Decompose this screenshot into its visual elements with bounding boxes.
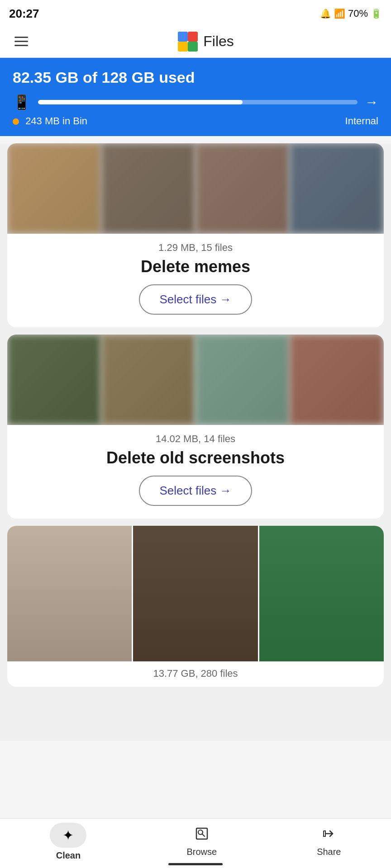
app-bar: Files [0, 25, 391, 58]
select-files-memes-button[interactable]: Select files → [139, 284, 253, 315]
thumb-grid-screenshots [7, 335, 384, 425]
battery-level: 70% [348, 8, 368, 19]
storage-used-text: 82.35 GB of 128 GB used [13, 69, 378, 86]
select-files-screenshots-button[interactable]: Select files → [139, 476, 253, 506]
battery-icon: 🔋 [371, 8, 382, 19]
svg-rect-0 [178, 32, 188, 42]
svg-rect-3 [188, 42, 198, 52]
hamburger-menu[interactable] [11, 33, 32, 50]
card-meta-screenshots: 14.02 MB, 14 files [7, 433, 384, 445]
storage-bar-row: 📱 → [13, 94, 378, 111]
bottom-img-2 [133, 526, 257, 661]
home-indicator [168, 863, 223, 865]
status-icons: 🔔 📶 70% 🔋 [320, 8, 382, 19]
nav-item-share[interactable]: Share [317, 826, 341, 857]
storage-banner: 82.35 GB of 128 GB used 📱 → 243 MB in Bi… [0, 58, 391, 136]
card-image-screenshots [7, 335, 384, 425]
storage-progress-bar [38, 100, 358, 104]
nav-item-browse[interactable]: Browse [186, 826, 217, 857]
card-meta-memes: 1.29 MB, 15 files [7, 242, 384, 254]
bottom-images-grid [7, 526, 384, 661]
status-bar: 20:27 🔔 📶 70% 🔋 [0, 0, 391, 25]
storage-progress-fill [38, 100, 243, 104]
card-image-memes [7, 143, 384, 234]
card-title-screenshots: Delete old screenshots [7, 448, 384, 467]
bin-dot-icon [13, 118, 19, 125]
clean-icon: ✦ [62, 827, 74, 843]
thumb-grid-memes [7, 143, 384, 234]
nav-clean-label: Clean [56, 850, 81, 861]
nav-item-clean[interactable]: ✦ Clean [50, 823, 86, 861]
bottom-img-1 [7, 526, 132, 661]
storage-sub-info: 243 MB in Bin Internal [13, 115, 378, 127]
suggestion-card-memes: 1.29 MB, 15 files Delete memes Select fi… [7, 143, 384, 327]
app-title: Files [203, 33, 234, 50]
storage-location: Internal [345, 115, 378, 127]
svg-line-6 [202, 834, 205, 836]
svg-rect-2 [178, 42, 188, 52]
app-title-area: Files [178, 32, 234, 52]
nav-browse-label: Browse [186, 847, 217, 857]
nav-share-label: Share [317, 847, 341, 857]
svg-rect-1 [188, 32, 198, 42]
storage-arrow-icon[interactable]: → [365, 94, 378, 110]
browse-icon [195, 826, 209, 844]
content-area: 1.29 MB, 15 files Delete memes Select fi… [0, 143, 391, 741]
bin-text: 243 MB in Bin [13, 115, 87, 127]
bottom-nav: ✦ Clean Browse Share [0, 818, 391, 868]
card-title-memes: Delete memes [7, 257, 384, 276]
bottom-images-section: 13.77 GB, 280 files [7, 526, 384, 687]
status-time: 20:27 [9, 7, 39, 21]
bottom-card-meta: 13.77 GB, 280 files [7, 668, 384, 679]
device-icon: 📱 [13, 94, 31, 111]
bottom-img-3 [259, 526, 384, 661]
nav-clean-bg: ✦ [50, 823, 86, 848]
app-logo-icon [178, 32, 198, 52]
share-icon [322, 826, 336, 844]
notification-icons: 🔔 📶 [320, 8, 345, 19]
suggestion-card-screenshots: 14.02 MB, 14 files Delete old screenshot… [7, 335, 384, 519]
